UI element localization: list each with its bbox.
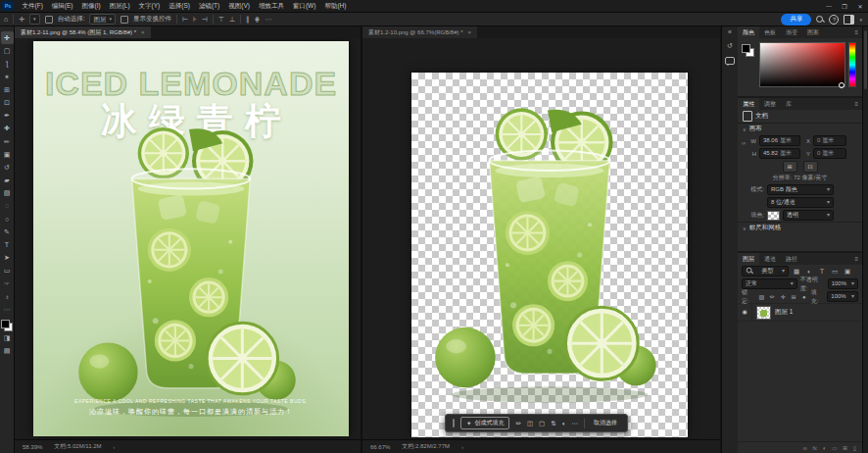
adjustment-layer-icon[interactable]: ◐ [823, 445, 826, 451]
height-field[interactable]: 45.82 厘米 [759, 148, 800, 159]
layer-thumbnail[interactable] [756, 306, 771, 320]
tab-layers[interactable]: 图层 [738, 253, 759, 265]
menu-layer[interactable]: 图层(L) [105, 2, 134, 11]
document-tab-2[interactable]: 素材1.2-10.png @ 66.7%(RGB/8#) * × [362, 26, 477, 38]
document-tab-1[interactable]: 素材1.2-11.png @ 58.4% (图层 1, RGB/8#) * × [15, 26, 151, 38]
saturation-field[interactable] [759, 42, 845, 87]
quick-mask-icon[interactable]: ◨ [1, 331, 14, 344]
adjustment-icon[interactable]: ◐ [562, 420, 566, 427]
delete-layer-icon[interactable]: ▯ [853, 445, 856, 451]
panel-menu-icon[interactable]: ≡ [850, 253, 862, 265]
modify-selection-icon[interactable]: ✏ [515, 420, 520, 428]
minimize-button[interactable]: — [821, 3, 837, 9]
tool-hand[interactable]: ☞ [1, 277, 14, 290]
screen-mode-icon[interactable]: ▤ [1, 344, 14, 357]
width-field[interactable]: 38.06 厘米 [759, 135, 800, 146]
align-right-icon[interactable]: ⊣ [202, 16, 208, 23]
layer-row[interactable]: ◉ 图层 1 [738, 303, 862, 322]
bit-depth-dropdown[interactable]: 8 位/通道 ▾ [767, 197, 834, 208]
tool-frame[interactable]: ⊡ [1, 96, 14, 109]
menu-window[interactable]: 窗口(W) [288, 2, 319, 11]
status-expand-icon[interactable]: › [461, 444, 463, 450]
comments-panel-icon[interactable] [725, 57, 735, 65]
mode-dropdown[interactable]: RGB 颜色 ▾ [767, 184, 834, 195]
filter-shape-layers-icon[interactable]: ▭ [830, 268, 840, 276]
panel-menu-icon[interactable]: ≡ [850, 26, 862, 38]
foreground-color-swatch[interactable] [742, 44, 750, 53]
distribute-vertical-icon[interactable]: ⋕ [255, 16, 261, 23]
color-swatches[interactable] [1, 320, 13, 331]
tab-channels[interactable]: 通道 [759, 253, 781, 265]
tool-move[interactable]: ✛ [1, 31, 14, 44]
taskbar-grip-handle[interactable] [453, 419, 455, 428]
tool-brush[interactable]: ✏ [1, 135, 14, 148]
layer-mask-icon[interactable]: ▭ [832, 445, 837, 451]
close-tab-icon[interactable]: × [141, 29, 145, 35]
home-icon[interactable]: ⌂ [4, 16, 8, 23]
history-panel-icon[interactable]: ↺ [727, 42, 733, 50]
tool-crop[interactable]: ⊞ [1, 83, 14, 96]
distribute-horizontal-icon[interactable]: ∥ [246, 16, 250, 23]
menu-filter[interactable]: 滤镜(T) [194, 2, 223, 11]
new-layer-icon[interactable]: ⊞ [843, 445, 847, 451]
show-transform-checkbox[interactable] [121, 16, 128, 24]
menu-edit[interactable]: 编辑(E) [47, 2, 77, 11]
y-field[interactable]: 0 厘米 [813, 148, 846, 159]
menu-type[interactable]: 文字(Y) [134, 2, 165, 11]
tool-gradient[interactable]: ▨ [1, 186, 14, 199]
tab-paths[interactable]: 路径 [781, 253, 802, 265]
lock-pixels-icon[interactable]: ✏ [768, 293, 776, 300]
tab-patterns[interactable]: 图案 [802, 26, 824, 38]
filter-kind-dropdown[interactable]: 类型 ▾ [742, 266, 789, 277]
filter-type-layers-icon[interactable]: T [817, 268, 827, 275]
invert-selection-icon[interactable]: ⇅ [551, 420, 555, 428]
panel-menu-icon[interactable]: ≡ [850, 98, 862, 110]
auto-select-checkbox[interactable] [45, 16, 53, 24]
create-mask-icon[interactable]: ▢ [539, 420, 545, 428]
generative-fill-button[interactable]: ✦ 创成式填充 [460, 417, 509, 429]
layer-name[interactable]: 图层 1 [775, 308, 793, 317]
workspace-icon[interactable] [844, 15, 854, 25]
layer-fill-dropdown[interactable]: 100% ▾ [827, 291, 858, 302]
align-bottom-icon[interactable]: ⊥ [229, 16, 235, 23]
select-and-mask-icon[interactable]: ◫ [527, 420, 533, 428]
tool-marquee[interactable]: ▢ [1, 44, 14, 57]
tool-path-select[interactable]: ➤ [1, 251, 14, 264]
layer-effects-icon[interactable]: fx [813, 445, 817, 451]
opacity-dropdown[interactable]: 100% ▾ [828, 278, 858, 289]
tool-dodge[interactable]: ○ [1, 213, 14, 226]
fill-swatch[interactable] [767, 211, 780, 221]
restore-button[interactable]: ❐ [837, 3, 852, 10]
status-expand-icon[interactable]: › [114, 444, 116, 450]
tool-eyedropper[interactable]: ✒ [1, 109, 14, 122]
filter-pixel-layers-icon[interactable]: ▦ [792, 268, 801, 276]
menu-view[interactable]: 视图(V) [224, 2, 255, 11]
poster-canvas[interactable]: ICED LEMONADE 冰绿青柠 EXPERIENCE A COOL AND… [33, 41, 349, 436]
workspace-arrow-icon[interactable]: ▾ [859, 17, 862, 23]
tab-adjustments[interactable]: 调整 [759, 98, 781, 110]
tool-edit-toolbar[interactable]: ⋯ [1, 303, 14, 316]
zoom-level-2[interactable]: 66.67% [370, 444, 390, 450]
menu-plugins[interactable]: 增效工具 [254, 2, 288, 11]
panel-scrollbar[interactable] [862, 26, 868, 453]
align-center-icon[interactable]: ⊦ [193, 16, 197, 23]
pane-divider[interactable] [361, 26, 362, 453]
tool-quick-select[interactable]: ✶ [1, 71, 14, 83]
document-view-1[interactable]: ICED LEMONADE 冰绿青柠 EXPERIENCE A COOL AND… [15, 38, 361, 439]
share-button[interactable]: 共享 [781, 14, 811, 25]
menu-select[interactable]: 选择(S) [165, 2, 195, 11]
tab-libraries[interactable]: 库 [781, 98, 796, 110]
tool-blur[interactable]: ◌ [1, 199, 14, 212]
image-size-button[interactable]: ⊡ [803, 161, 818, 173]
link-dimensions-icon[interactable]: ∞ [742, 140, 746, 146]
tool-eraser[interactable]: ▰ [1, 174, 14, 186]
tool-preset-arrow[interactable]: ▾ [29, 14, 40, 25]
canvas-section-header[interactable]: ∨ 画布 [738, 124, 862, 134]
tool-clone-stamp[interactable]: ▣ [1, 148, 14, 161]
auto-select-dropdown[interactable]: 图层 ▾ [89, 14, 116, 25]
rulers-section-header[interactable]: ∨ 标尺和网格 [738, 222, 862, 233]
tool-healing[interactable]: ✚ [1, 122, 14, 134]
tab-gradients[interactable]: 渐变 [781, 26, 802, 38]
more-icon[interactable]: ⋯ [572, 420, 579, 428]
help-icon[interactable]: ? [829, 15, 839, 25]
